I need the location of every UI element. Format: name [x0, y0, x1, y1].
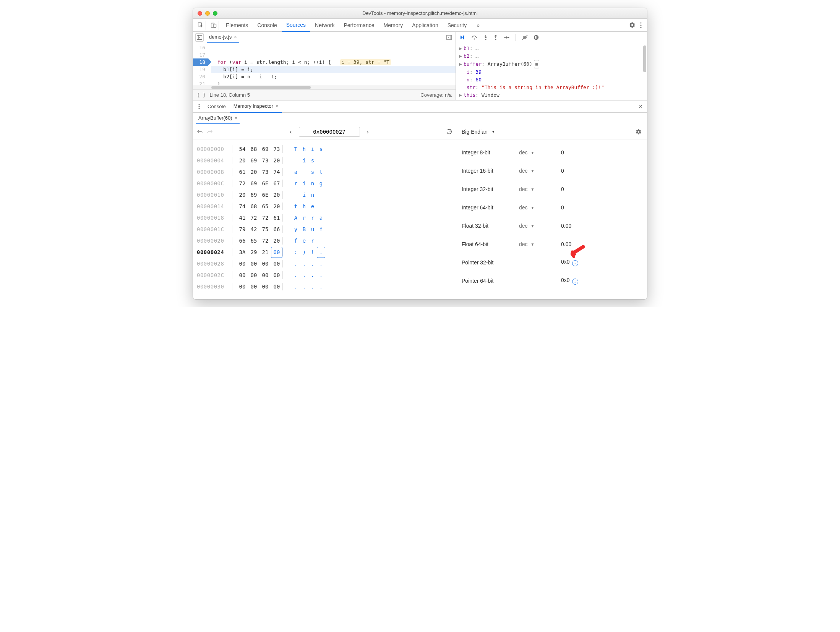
hex-byte[interactable]: 3A: [237, 246, 248, 258]
hex-ascii[interactable]: r: [308, 235, 317, 246]
hex-ascii[interactable]: h: [300, 201, 308, 212]
device-toolbar-icon[interactable]: [208, 21, 219, 30]
hex-byte[interactable]: 73: [259, 155, 271, 166]
hex-byte[interactable]: 75: [259, 224, 271, 235]
hex-ascii[interactable]: n: [308, 178, 317, 189]
memory-buffer-tab[interactable]: ArrayBuffer(60) ×: [196, 113, 240, 124]
value-format-select[interactable]: dec▼: [519, 223, 561, 229]
hex-byte[interactable]: 41: [237, 212, 248, 224]
drawer-close-icon[interactable]: ×: [637, 103, 644, 110]
hex-byte[interactable]: 21: [259, 246, 271, 258]
hex-ascii[interactable]: .: [300, 281, 308, 292]
hex-ascii[interactable]: a: [292, 166, 300, 178]
hex-ascii[interactable]: f: [317, 224, 325, 235]
hex-ascii[interactable]: e: [300, 235, 308, 246]
value-format-select[interactable]: dec▼: [519, 168, 561, 174]
hex-ascii[interactable]: r: [292, 178, 300, 189]
close-icon[interactable]: ×: [234, 34, 237, 40]
file-tab-demo-js[interactable]: demo-js.js ×: [207, 32, 239, 43]
hex-byte[interactable]: 00: [271, 258, 282, 269]
hex-ascii[interactable]: .: [300, 269, 308, 281]
hex-byte[interactable]: 6E: [259, 178, 271, 189]
prev-page-icon[interactable]: ‹: [288, 128, 293, 135]
hex-byte[interactable]: 73: [259, 166, 271, 178]
tab-security[interactable]: Security: [443, 19, 472, 32]
hex-byte[interactable]: 00: [271, 269, 282, 281]
hex-byte[interactable]: 66: [271, 224, 282, 235]
hex-ascii[interactable]: s: [317, 143, 325, 155]
hex-ascii[interactable]: u: [308, 224, 317, 235]
hex-byte[interactable]: 00: [248, 281, 259, 292]
value-format-select[interactable]: dec▼: [519, 186, 561, 192]
tab-elements[interactable]: Elements: [221, 19, 253, 32]
next-page-icon[interactable]: ›: [365, 128, 370, 135]
hex-ascii[interactable]: :: [292, 246, 300, 258]
vertical-scrollbar[interactable]: [643, 45, 646, 72]
hex-byte[interactable]: 00: [248, 258, 259, 269]
hex-ascii[interactable]: h: [300, 143, 308, 155]
hex-ascii[interactable]: i: [300, 155, 308, 166]
hex-byte[interactable]: 68: [248, 143, 259, 155]
code-editor[interactable]: 16171819202122 for (var i = str.length; …: [193, 43, 456, 85]
hex-ascii[interactable]: i: [300, 178, 308, 189]
hex-ascii[interactable]: [292, 155, 300, 166]
hex-ascii[interactable]: .: [308, 281, 317, 292]
hex-byte[interactable]: 20: [237, 189, 248, 201]
hex-byte[interactable]: 00: [237, 269, 248, 281]
value-format-select[interactable]: dec▼: [519, 241, 561, 247]
hex-ascii[interactable]: .: [317, 258, 325, 269]
hex-ascii[interactable]: [317, 155, 325, 166]
hex-ascii[interactable]: .: [317, 281, 325, 292]
hex-ascii[interactable]: s: [308, 166, 317, 178]
hex-byte[interactable]: 42: [248, 224, 259, 235]
hex-byte[interactable]: 61: [237, 166, 248, 178]
hex-byte[interactable]: 69: [259, 143, 271, 155]
tab-memory[interactable]: Memory: [379, 19, 408, 32]
drawer-tab-console[interactable]: Console: [204, 100, 230, 113]
hex-grid[interactable]: 0000000054686973This0000000420697320 is …: [193, 139, 456, 299]
hex-ascii[interactable]: [317, 235, 325, 246]
hex-ascii[interactable]: A: [292, 212, 300, 224]
close-icon[interactable]: ×: [276, 103, 279, 109]
hex-ascii[interactable]: T: [292, 143, 300, 155]
value-settings-icon[interactable]: [636, 129, 642, 135]
tab-network[interactable]: Network: [310, 19, 339, 32]
hex-ascii[interactable]: r: [308, 212, 317, 224]
hex-byte[interactable]: 67: [271, 178, 282, 189]
hex-byte[interactable]: 00: [259, 269, 271, 281]
hex-byte[interactable]: 69: [248, 155, 259, 166]
step-over-icon[interactable]: [471, 35, 478, 40]
hex-ascii[interactable]: y: [292, 224, 300, 235]
hex-ascii[interactable]: .: [308, 258, 317, 269]
hex-byte[interactable]: 20: [237, 155, 248, 166]
hex-ascii[interactable]: .: [317, 269, 325, 281]
hex-byte[interactable]: 00: [259, 258, 271, 269]
hex-ascii[interactable]: r: [300, 212, 308, 224]
resume-icon[interactable]: [460, 35, 466, 40]
settings-icon[interactable]: [629, 22, 636, 28]
drawer-tab-memory-inspector[interactable]: Memory Inspector×: [230, 100, 282, 113]
more-tabs-button[interactable]: »: [472, 19, 484, 32]
hex-ascii[interactable]: [317, 201, 325, 212]
hex-byte[interactable]: 74: [237, 201, 248, 212]
jump-to-address-icon[interactable]: →: [572, 279, 578, 285]
hex-byte[interactable]: 61: [271, 212, 282, 224]
hex-ascii[interactable]: .: [317, 247, 325, 258]
tab-performance[interactable]: Performance: [339, 19, 379, 32]
hex-ascii[interactable]: .: [292, 281, 300, 292]
hex-ascii[interactable]: a: [317, 212, 325, 224]
hex-ascii[interactable]: i: [300, 189, 308, 201]
hex-ascii[interactable]: .: [308, 269, 317, 281]
hex-ascii[interactable]: .: [300, 258, 308, 269]
pretty-print-icon[interactable]: { }: [197, 92, 206, 98]
tab-console[interactable]: Console: [253, 19, 281, 32]
hex-byte[interactable]: 00: [271, 281, 282, 292]
hex-byte[interactable]: 6E: [259, 189, 271, 201]
hex-ascii[interactable]: n: [308, 189, 317, 201]
hex-ascii[interactable]: .: [292, 258, 300, 269]
tab-application[interactable]: Application: [407, 19, 443, 32]
hex-ascii[interactable]: [300, 166, 308, 178]
hex-ascii[interactable]: B: [300, 224, 308, 235]
hex-byte[interactable]: 20: [271, 201, 282, 212]
pause-on-exceptions-icon[interactable]: [534, 35, 539, 40]
